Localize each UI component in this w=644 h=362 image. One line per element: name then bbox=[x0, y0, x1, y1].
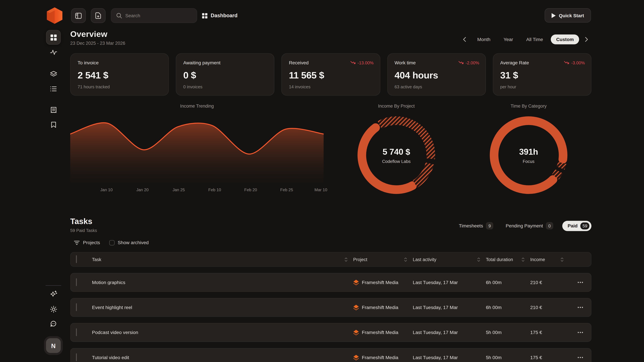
settings-gear-icon bbox=[50, 306, 57, 313]
charts-row: Income Trending Jan 10Jan 20Jan 25Feb 10… bbox=[70, 102, 592, 200]
x-axis-label: Feb 25 bbox=[280, 188, 293, 192]
income-value: 175 € bbox=[530, 355, 565, 360]
next-period-button[interactable] bbox=[582, 34, 592, 44]
tab-count-badge: 59 bbox=[580, 222, 589, 229]
project-cell: Frameshift Media bbox=[353, 330, 409, 335]
search-bar[interactable] bbox=[111, 8, 197, 23]
stat-value: 2 541 $ bbox=[78, 70, 162, 81]
last-activity: Last Tuesday, 17 Mar bbox=[413, 305, 482, 310]
task-name: Motion graphics bbox=[92, 280, 349, 285]
sidebar-item-feedback[interactable] bbox=[46, 317, 61, 331]
row-checkbox[interactable] bbox=[76, 303, 77, 311]
row-checkbox[interactable] bbox=[76, 328, 77, 336]
projects-filter-button[interactable]: Projects bbox=[74, 240, 100, 245]
last-activity: Last Tuesday, 17 Mar bbox=[413, 330, 482, 335]
row-checkbox[interactable] bbox=[76, 278, 77, 286]
app-logo-icon[interactable] bbox=[47, 7, 62, 24]
stat-card-average-rate: Average Rate -3.00% 31 $ per hour bbox=[493, 53, 591, 95]
x-axis-label: Feb 10 bbox=[208, 188, 221, 192]
column-header-task: Task bbox=[92, 257, 101, 262]
new-document-button[interactable] bbox=[91, 8, 106, 23]
trending-down-icon bbox=[458, 61, 464, 65]
income-value: 210 € bbox=[530, 305, 565, 310]
list-icon bbox=[50, 86, 57, 91]
show-archived-label: Show archived bbox=[118, 240, 149, 245]
tab-pending-payment[interactable]: Pending Payment 0 bbox=[502, 220, 556, 232]
tab-paid[interactable]: Paid 59 bbox=[562, 221, 592, 231]
income-trending-chart: Income Trending Jan 10Jan 20Jan 25Feb 10… bbox=[70, 102, 324, 108]
x-axis-label: Jan 20 bbox=[136, 188, 149, 192]
sidebar-item-layers[interactable] bbox=[46, 66, 61, 81]
sort-icon[interactable] bbox=[477, 257, 480, 262]
invoice-receipt-icon bbox=[50, 107, 56, 113]
search-input[interactable] bbox=[125, 13, 192, 18]
user-avatar[interactable]: N bbox=[46, 338, 61, 353]
toggle-sidebar-button[interactable] bbox=[71, 8, 86, 23]
show-archived-checkbox[interactable] bbox=[109, 240, 114, 245]
show-archived-toggle[interactable]: Show archived bbox=[109, 240, 148, 245]
task-name: Event highlight reel bbox=[92, 305, 349, 310]
chart-title: Time By Category bbox=[483, 103, 574, 108]
income-value: 210 € bbox=[530, 280, 565, 285]
sort-icon[interactable] bbox=[404, 257, 407, 262]
income-trending-svg bbox=[70, 116, 324, 183]
feedback-chat-icon bbox=[50, 321, 57, 327]
tab-count-badge: 0 bbox=[546, 222, 553, 229]
row-menu-button[interactable] bbox=[569, 332, 586, 333]
tasks-table: Task Project Last activity bbox=[70, 252, 592, 362]
stat-card-awaiting-payment: Awaiting payment 0 $ 0 invoices bbox=[176, 53, 274, 95]
sidebar-item-dashboard[interactable] bbox=[46, 30, 61, 45]
stat-change: -13.00% bbox=[350, 60, 374, 65]
period-year[interactable]: Year bbox=[498, 34, 518, 44]
tasks-header: Tasks 59 Paid Tasks Timesheets 9 Pending… bbox=[70, 217, 592, 236]
period-month[interactable]: Month bbox=[472, 34, 496, 44]
row-menu-button[interactable] bbox=[569, 307, 586, 308]
project-cell: Frameshift Media bbox=[353, 305, 409, 310]
row-menu-button[interactable] bbox=[569, 357, 586, 358]
sort-icon[interactable] bbox=[522, 257, 524, 262]
prev-period-button[interactable] bbox=[460, 34, 470, 44]
quick-start-button[interactable]: Quick Start bbox=[544, 8, 591, 23]
stat-change: -2.00% bbox=[458, 60, 479, 65]
sidebar-item-bookmarks[interactable] bbox=[46, 117, 61, 132]
select-all-checkbox[interactable] bbox=[76, 255, 77, 263]
project-name: Frameshift Media bbox=[362, 330, 398, 335]
table-row[interactable]: Tutorial video edit Frameshift Media Las… bbox=[70, 348, 592, 362]
table-row[interactable]: Podcast video version Frameshift Media L… bbox=[70, 323, 592, 342]
last-activity: Last Tuesday, 17 Mar bbox=[413, 280, 482, 285]
sidebar-item-activity[interactable] bbox=[46, 45, 61, 59]
x-axis-label: Jan 25 bbox=[172, 188, 185, 192]
sidebar-divider bbox=[46, 285, 61, 286]
table-row[interactable]: Motion graphics Frameshift Media Last Tu… bbox=[70, 273, 592, 292]
row-checkbox[interactable] bbox=[76, 354, 77, 361]
project-cell: Frameshift Media bbox=[353, 280, 409, 285]
period-custom[interactable]: Custom bbox=[551, 34, 579, 44]
tab-timesheets[interactable]: Timesheets 9 bbox=[456, 220, 496, 232]
ellipsis-icon bbox=[578, 282, 583, 283]
total-duration: 5h 00m bbox=[486, 330, 526, 335]
search-icon bbox=[116, 13, 122, 18]
breadcrumb[interactable]: Dashboard bbox=[202, 8, 238, 23]
ai-sparkle-icon bbox=[50, 291, 57, 298]
project-name: Frameshift Media bbox=[362, 280, 398, 285]
stat-cards: To invoice 2 541 $ 71 hours tracked Awai… bbox=[70, 53, 592, 95]
stat-value: 11 565 $ bbox=[289, 70, 373, 81]
table-row[interactable]: Event highlight reel Frameshift Media La… bbox=[70, 298, 592, 317]
sort-icon[interactable] bbox=[345, 257, 348, 262]
sidebar-item-settings[interactable] bbox=[46, 302, 61, 317]
stat-card-received: Received -13.00% 11 565 $ 14 invoices bbox=[282, 53, 380, 95]
sidebar-item-ai-assistant[interactable] bbox=[46, 286, 61, 301]
column-header-project: Project bbox=[353, 257, 367, 262]
sidebar-item-list[interactable] bbox=[46, 81, 61, 96]
dashboard-grid-icon bbox=[50, 34, 56, 40]
column-header-last-activity: Last activity bbox=[413, 257, 436, 262]
sidebar-item-invoices[interactable] bbox=[46, 103, 61, 117]
row-menu-button[interactable] bbox=[569, 282, 586, 283]
task-name: Podcast video version bbox=[92, 330, 349, 335]
sort-icon[interactable] bbox=[561, 257, 564, 262]
total-duration: 5h 00m bbox=[486, 355, 526, 360]
income-by-project-chart: Income By Project 5 740 $ Codeflow Labs bbox=[351, 102, 442, 195]
period-all-time[interactable]: All Time bbox=[521, 34, 548, 44]
task-name: Tutorial video edit bbox=[92, 355, 349, 360]
filter-icon bbox=[74, 240, 80, 245]
